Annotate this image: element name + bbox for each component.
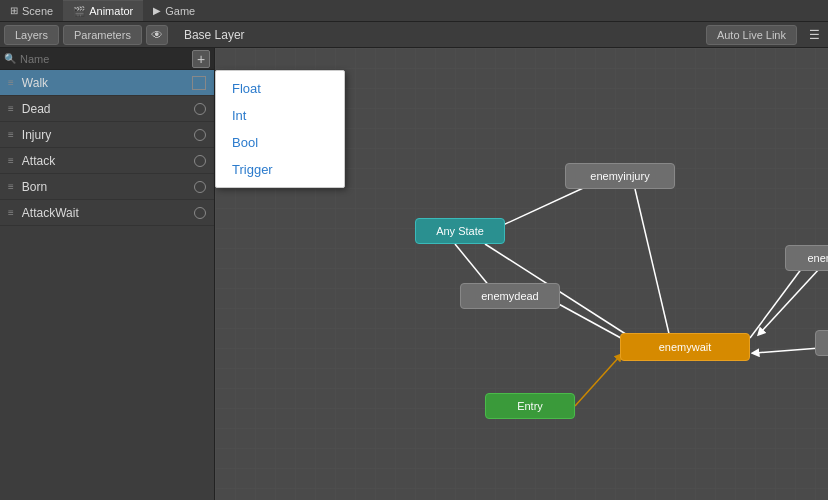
param-name-born: Born [22,180,194,194]
param-item-born[interactable]: ≡ Born [0,174,214,200]
add-param-button[interactable]: + [192,50,210,68]
param-list: ≡ Walk ≡ Dead ≡ Injury ≡ Attack [0,70,214,226]
node-enemyattack[interactable]: enemyattack [815,330,828,356]
eye-button[interactable]: 👁 [146,25,168,45]
drag-handle: ≡ [8,129,14,140]
layers-tab[interactable]: Layers [4,25,59,45]
dropdown-menu: Float Int Bool Trigger [215,70,345,188]
node-anystate[interactable]: Any State [415,218,505,244]
param-name-walk: Walk [22,76,192,90]
animator-icon: 🎬 [73,6,85,17]
param-item-attack[interactable]: ≡ Attack [0,148,214,174]
drag-handle: ≡ [8,155,14,166]
param-type-walk[interactable] [192,76,206,90]
param-type-born[interactable] [194,181,206,193]
param-item-attackwait[interactable]: ≡ AttackWait [0,200,214,226]
second-bar: Layers Parameters 👁 Base Layer Auto Live… [0,22,828,48]
menu-icon[interactable]: ☰ [805,28,824,42]
svg-line-3 [635,189,670,338]
game-icon: ▶ [153,5,161,16]
tab-scene[interactable]: ⊞ Scene [0,0,63,21]
eye-icon: 👁 [151,28,163,42]
param-type-injury[interactable] [194,129,206,141]
tab-game[interactable]: ▶ Game [143,0,205,21]
param-item-dead[interactable]: ≡ Dead [0,96,214,122]
param-name-attackwait: AttackWait [22,206,194,220]
main-content: 🔍 + ≡ Walk ≡ Dead ≡ Injury [0,48,828,500]
dropdown-item-int[interactable]: Int [216,102,344,129]
base-layer-label: Base Layer [172,28,702,42]
left-panel: 🔍 + ≡ Walk ≡ Dead ≡ Injury [0,48,215,500]
dropdown-item-float[interactable]: Float [216,75,344,102]
parameters-tab[interactable]: Parameters [63,25,142,45]
param-name-injury: Injury [22,128,194,142]
node-enemywait[interactable]: enemywait [620,333,750,361]
dropdown-item-trigger[interactable]: Trigger [216,156,344,183]
tab-animator[interactable]: 🎬 Animator [63,0,143,21]
drag-handle: ≡ [8,77,14,88]
node-enemywalk[interactable]: enemywalk [785,245,828,271]
dropdown-item-bool[interactable]: Bool [216,129,344,156]
search-bar: 🔍 + [0,48,214,70]
scene-icon: ⊞ [10,5,18,16]
node-entry[interactable]: Entry [485,393,575,419]
param-item-injury[interactable]: ≡ Injury [0,122,214,148]
tab-game-label: Game [165,5,195,17]
param-type-attackwait[interactable] [194,207,206,219]
node-enemydead[interactable]: enemydead [460,283,560,309]
param-name-attack: Attack [22,154,194,168]
svg-line-8 [755,348,820,353]
node-enemyinjury[interactable]: enemyinjury [565,163,675,189]
svg-line-5 [750,264,805,338]
param-name-dead: Dead [22,102,194,116]
search-input[interactable] [20,53,192,65]
param-type-dead[interactable] [194,103,206,115]
drag-handle: ≡ [8,181,14,192]
drag-handle: ≡ [8,103,14,114]
svg-line-4 [555,302,630,343]
param-item-walk[interactable]: ≡ Walk [0,70,214,96]
svg-line-6 [760,268,820,333]
param-type-attack[interactable] [194,155,206,167]
search-icon: 🔍 [4,53,16,64]
svg-line-9 [575,356,620,406]
tab-scene-label: Scene [22,5,53,17]
top-bar: ⊞ Scene 🎬 Animator ▶ Game [0,0,828,22]
drag-handle: ≡ [8,207,14,218]
tab-animator-label: Animator [89,5,133,17]
auto-live-link-button[interactable]: Auto Live Link [706,25,797,45]
